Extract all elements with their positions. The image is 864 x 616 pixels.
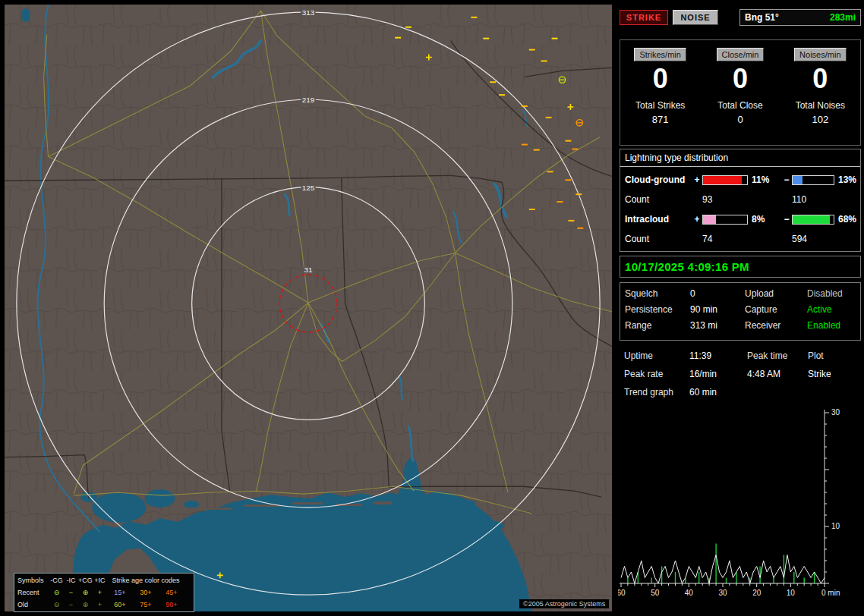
- noises-per-min-value: 0: [780, 64, 860, 93]
- intracloud-row: Intracloud + 8% − 68%: [625, 209, 856, 229]
- count-label: Count: [625, 234, 702, 244]
- strikes-column: Strikes/min 0 Total Strikes 871: [620, 40, 700, 145]
- x-tick-label: 40: [685, 589, 694, 597]
- plus-sign: +: [692, 174, 702, 185]
- strike-symbol: [552, 38, 558, 39]
- status-panel: Uptime 11:39 Peak time Plot Peak rate 16…: [620, 346, 861, 405]
- bearing-distance: 283mi: [830, 12, 856, 23]
- radar-map[interactable]: 31321912531 Symbols -CG -IC +CG +IC Stri…: [5, 5, 612, 611]
- persistence-value: 90 min: [690, 304, 745, 315]
- neg-cg-recent-icon: ⊖: [49, 586, 64, 599]
- settings-panel: Squelch 0 Upload Disabled Persistence 90…: [620, 282, 861, 341]
- ic-plus-bar: [702, 215, 748, 225]
- strike-symbol: [547, 171, 553, 172]
- strike-symbol: [405, 27, 412, 28]
- total-close-label: Total Close: [700, 100, 780, 111]
- trend-graph-label: Trend graph: [624, 387, 689, 398]
- uptime-label: Uptime: [624, 350, 689, 361]
- x-tick-label: 0 min: [821, 589, 840, 597]
- datetime-value: 10/17/2025 4:09:16 PM: [625, 260, 749, 273]
- receiver-label: Receiver: [745, 320, 807, 331]
- range-ring-label: 219: [302, 96, 315, 104]
- strike-symbol: [577, 228, 583, 229]
- x-tick-label: 10: [787, 589, 796, 597]
- receiver-status: Enabled: [807, 320, 856, 331]
- close-column: Close/min 0 Total Close 0: [700, 40, 780, 145]
- ic-minus-count: 594: [792, 234, 856, 244]
- cloud-ground-count-row: Count 93 110: [625, 190, 856, 209]
- lightning-distribution-panel: Lightning type distribution Cloud-ground…: [620, 149, 861, 252]
- age-45: 45+: [159, 586, 184, 599]
- trend-graph: 30106050403020100 min: [618, 407, 862, 611]
- upload-label: Upload: [745, 288, 807, 299]
- neg-cg-old-icon: ⊖: [49, 599, 64, 611]
- legend-recent-label: Recent: [16, 586, 49, 599]
- strike-toggle-button[interactable]: STRIKE: [620, 10, 668, 25]
- alarm-ring-label: 31: [304, 266, 313, 274]
- legend-age-title: Strike age color codes: [107, 574, 184, 586]
- age-60: 60+: [107, 599, 133, 611]
- strike-symbol: [395, 37, 401, 39]
- total-noises-value: 102: [780, 114, 860, 125]
- cloud-ground-row: Cloud-ground + 11% − 13%: [625, 170, 856, 190]
- strike-symbol: [565, 179, 571, 181]
- topbar: STRIKE NOISE Bng 51° 283mi: [620, 6, 861, 29]
- peak-time-value: 4:48 AM: [747, 369, 808, 379]
- upload-status: Disabled: [807, 288, 856, 299]
- noises-column: Noises/min 0 Total Noises 102: [780, 40, 860, 145]
- legend-col-neg-cg: -CG: [49, 574, 64, 586]
- cg-plus-count: 93: [702, 194, 792, 205]
- range-ring-label: 313: [302, 8, 315, 17]
- neg-ic-recent-icon: −: [64, 586, 78, 599]
- sidebar: STRIKE NOISE Bng 51° 283mi Strikes/min 0…: [616, 0, 864, 616]
- cg-plus-percent: 11%: [748, 174, 781, 185]
- total-strikes-label: Total Strikes: [620, 100, 700, 111]
- strike-symbol: [529, 209, 535, 210]
- total-close-value: 0: [700, 114, 780, 125]
- age-75: 75+: [133, 599, 159, 611]
- neg-ic-old-icon: −: [64, 599, 78, 611]
- plot-value: Strike: [808, 369, 856, 379]
- trend-graph-window: 60 min: [689, 387, 747, 398]
- strike-symbol: [568, 220, 574, 222]
- strike-symbol: [534, 149, 540, 151]
- squelch-value: 0: [690, 288, 745, 299]
- intracloud-label: Intracloud: [625, 214, 692, 225]
- persistence-label: Persistence: [625, 304, 690, 315]
- legend-symbols-label: Symbols: [16, 574, 49, 586]
- cg-minus-bar: [792, 175, 834, 185]
- range-label: Range: [625, 320, 690, 331]
- age-90: 90+: [159, 599, 184, 611]
- strike-symbol: [565, 140, 571, 142]
- cg-plus-bar: [702, 175, 748, 185]
- close-per-min-chip: Close/min: [717, 48, 765, 61]
- noises-per-min-chip: Noises/min: [794, 48, 846, 61]
- minus-sign: −: [781, 214, 792, 225]
- pos-cg-recent-icon: ⊕: [78, 586, 93, 599]
- x-tick-label: 60: [618, 589, 626, 597]
- noise-toggle-button[interactable]: NOISE: [673, 10, 718, 25]
- squelch-label: Squelch: [625, 288, 690, 299]
- cg-minus-percent: 13%: [834, 174, 864, 185]
- legend-old-label: Old: [16, 599, 49, 611]
- cloud-ground-label: Cloud-ground: [625, 174, 692, 185]
- pos-ic-recent-icon: +: [93, 586, 107, 599]
- strikes-per-min-value: 0: [620, 64, 700, 93]
- strike-symbol: [546, 117, 552, 118]
- capture-label: Capture: [745, 304, 807, 315]
- ic-minus-percent: 68%: [834, 214, 864, 225]
- strike-symbol: [575, 193, 582, 195]
- range-value: 313 mi: [690, 320, 745, 331]
- range-ring-label: 125: [302, 184, 315, 192]
- count-label: Count: [625, 194, 702, 205]
- intracloud-count-row: Count 74 594: [625, 229, 856, 249]
- strike-symbol: [572, 149, 578, 150]
- cg-minus-count: 110: [792, 194, 856, 205]
- strike-symbol: [471, 17, 477, 18]
- peak-rate-value: 16/min: [689, 369, 747, 379]
- age-30: 30+: [133, 586, 159, 599]
- total-strikes-value: 871: [620, 114, 700, 125]
- y-tick-label: 10: [831, 522, 840, 530]
- bearing-display: Bng 51° 283mi: [739, 9, 861, 26]
- datetime-panel: 10/17/2025 4:09:16 PM: [620, 256, 861, 278]
